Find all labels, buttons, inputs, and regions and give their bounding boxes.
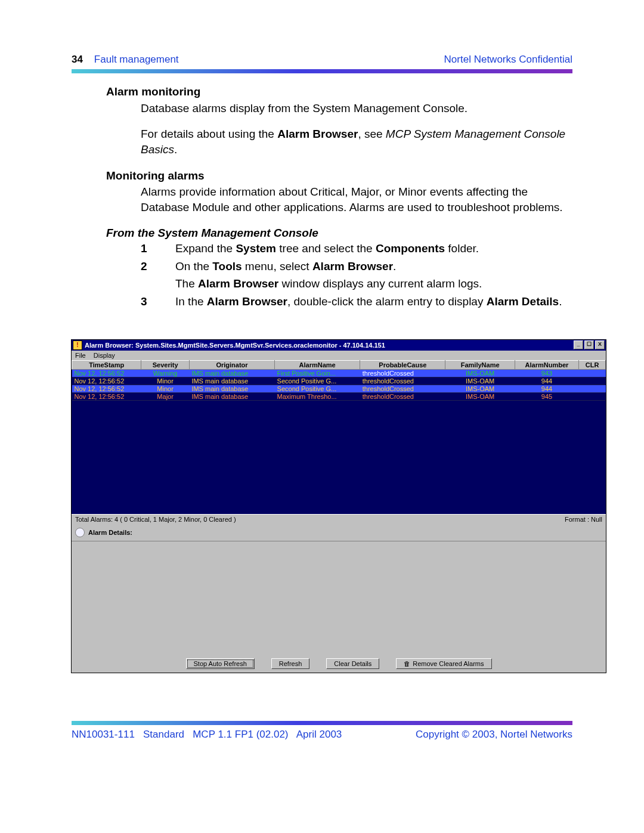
step-1: 1 Expand the System tree and select the … xyxy=(141,241,572,256)
col-clr[interactable]: CLR xyxy=(579,360,606,369)
app-icon: ! xyxy=(73,340,82,350)
alarm-browser-window: ! Alarm Browser: System.Sites.MgmtSite.S… xyxy=(71,339,606,673)
col-originator[interactable]: Originator xyxy=(189,360,274,369)
col-alarmnumber[interactable]: AlarmNumber xyxy=(515,360,578,369)
stop-auto-refresh-button[interactable]: Stop Auto Refresh xyxy=(186,658,255,669)
footer-copyright: Copyright © 2003, Nortel Networks xyxy=(416,729,572,741)
magnifier-icon xyxy=(75,528,85,537)
step-3: 3 In the Alarm Browser, double-click the… xyxy=(141,294,572,309)
footer-docnum: NN10031-111 xyxy=(72,729,135,740)
step-2: 2 On the Tools menu, select Alarm Browse… xyxy=(141,259,572,274)
menu-display[interactable]: Display xyxy=(94,352,115,359)
table-row[interactable]: Nov 12, 12:56:52MinorIMS main databaseSe… xyxy=(72,385,606,392)
page-header: 34 Fault management Nortel Networks Conf… xyxy=(72,54,572,66)
button-bar: Stop Auto Refresh Refresh Clear Details … xyxy=(72,655,606,673)
col-probablecause[interactable]: ProbableCause xyxy=(360,360,445,369)
menu-file[interactable]: File xyxy=(75,352,86,359)
trash-icon: 🗑 xyxy=(404,660,410,667)
heading-monitoring-alarms: Monitoring alarms xyxy=(106,168,572,184)
table-row[interactable]: Nov 12, 12:56:52MajorIMS main databaseMa… xyxy=(72,392,606,400)
status-bar: Total Alarms: 4 ( 0 Critical, 1 Major, 2… xyxy=(72,514,606,524)
heading-from-smc: From the System Management Console xyxy=(106,225,572,241)
menu-bar: File Display xyxy=(72,351,606,360)
heading-alarm-monitoring: Alarm monitoring xyxy=(106,84,572,100)
table-row[interactable]: Nov 12, 12:56:52MinorIMS main databaseSe… xyxy=(72,377,606,385)
page-number: 34 xyxy=(72,54,83,65)
footer-version: MCP 1.1 FP1 (02.02) xyxy=(193,729,288,740)
footer-date: April 2003 xyxy=(296,729,342,740)
remove-cleared-alarms-button[interactable]: 🗑Remove Cleared Alarms xyxy=(396,658,491,669)
maximize-button[interactable]: ☐ xyxy=(584,340,594,349)
table-row[interactable]: Nov 12, 12:56:52WarningIMS main database… xyxy=(72,369,606,377)
minimize-button[interactable]: _ xyxy=(574,340,583,349)
page-footer: NN10031-111 Standard MCP 1.1 FP1 (02.02)… xyxy=(72,729,572,741)
status-format: Format : Null xyxy=(565,516,602,523)
table-empty-area xyxy=(72,401,606,514)
para-details: For details about using the Alarm Browse… xyxy=(106,126,572,157)
window-title: Alarm Browser: System.Sites.MgmtSite.Ser… xyxy=(85,342,385,349)
status-total: Total Alarms: 4 ( 0 Critical, 1 Major, 2… xyxy=(75,516,236,523)
alarm-details-area xyxy=(72,541,606,655)
alarm-table[interactable]: TimeStamp Severity Originator AlarmName … xyxy=(72,360,606,401)
footer-standard: Standard xyxy=(143,729,184,740)
footer-gradient-bar xyxy=(72,721,572,725)
close-button[interactable]: X xyxy=(595,340,605,349)
section-name: Fault management xyxy=(94,54,179,65)
col-familyname[interactable]: FamilyName xyxy=(445,360,515,369)
confidential-label: Nortel Networks Confidential xyxy=(444,54,572,66)
refresh-button[interactable]: Refresh xyxy=(271,658,310,669)
alarm-details-header: Alarm Details: xyxy=(72,524,606,541)
col-timestamp[interactable]: TimeStamp xyxy=(72,360,141,369)
col-severity[interactable]: Severity xyxy=(141,360,190,369)
title-bar[interactable]: ! Alarm Browser: System.Sites.MgmtSite.S… xyxy=(72,340,606,351)
alarm-details-label: Alarm Details: xyxy=(88,529,132,536)
para-db-alarms: Database alarms display from the System … xyxy=(106,101,572,116)
para-alarms-info: Alarms provide information about Critica… xyxy=(106,184,572,215)
step-2-sub: The Alarm Browser window displays any cu… xyxy=(141,276,572,292)
col-alarmname[interactable]: AlarmName xyxy=(275,360,360,369)
header-gradient-bar xyxy=(72,69,572,73)
clear-details-button[interactable]: Clear Details xyxy=(326,658,379,669)
